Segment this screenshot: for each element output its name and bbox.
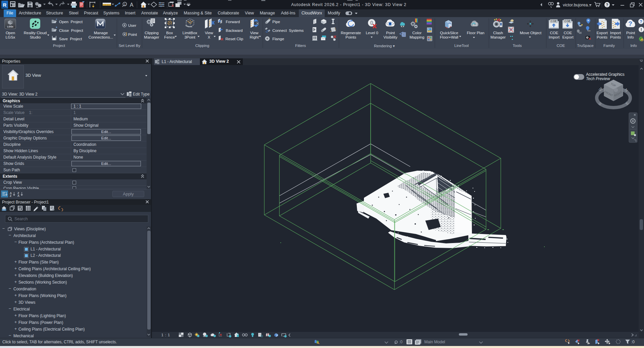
svg-text:COE: COE	[565, 19, 571, 23]
svg-text:?: ?	[628, 20, 632, 27]
svg-text:0: 0	[370, 20, 373, 26]
svg-text:R: R	[3, 2, 7, 8]
svg-text:Tech Preview: Tech Preview	[586, 76, 610, 81]
svg-text:!: !	[641, 27, 642, 32]
svg-text:COE: COE	[551, 19, 557, 23]
svg-text:?: ?	[606, 3, 608, 7]
svg-text:Accelerated Graphics: Accelerated Graphics	[586, 72, 625, 77]
svg-text:A: A	[130, 2, 133, 8]
svg-text:?: ?	[640, 19, 642, 24]
svg-text:victor.bujorea...: victor.bujorea...	[563, 3, 591, 7]
svg-text:LGSx: LGSx	[7, 25, 13, 28]
svg-text:A: A	[17, 194, 19, 197]
svg-text:Z: Z	[10, 194, 11, 197]
svg-text:o: o	[641, 39, 643, 41]
svg-text:1: 1	[124, 3, 125, 6]
